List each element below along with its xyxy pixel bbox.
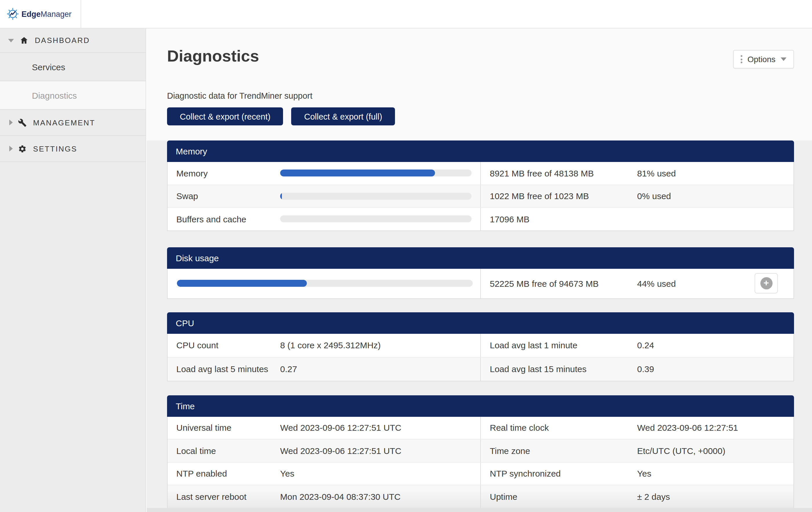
row-label: Swap — [176, 191, 280, 201]
row-label: Last server reboot — [176, 492, 280, 502]
export-buttons: Collect & export (recent) Collect & expo… — [167, 107, 794, 126]
time-section-header: Time — [167, 395, 794, 416]
options-button[interactable]: Options — [733, 50, 794, 69]
row-value: Wed 2023-09-06 12:27:51 UTC — [280, 423, 401, 433]
row-value: Yes — [637, 469, 651, 479]
kebab-icon — [741, 55, 743, 63]
used-value: 0% used — [637, 191, 671, 201]
row-value: 0.24 — [637, 340, 654, 350]
collect-export-full-button[interactable]: Collect & export (full) — [291, 107, 395, 126]
gear-icon — [18, 144, 27, 153]
row-label: Local time — [176, 446, 280, 456]
table-row: Load avg last 5 minutes 0.27 Load avg la… — [168, 357, 793, 380]
row-label: Buffers and cache — [176, 214, 280, 224]
sidebar-item-settings[interactable]: SETTINGS — [0, 136, 146, 162]
free-value: 8921 MB free of 48138 MB — [490, 168, 637, 178]
row-value: 0.27 — [280, 364, 297, 374]
memory-progress-bar — [280, 170, 471, 177]
table-row: 52225 MB free of 94673 MB 44% used + — [168, 268, 793, 298]
row-value: Mon 2023-09-04 08:37:30 UTC — [280, 492, 401, 502]
cpu-section-header: CPU — [167, 312, 794, 333]
sidebar-item-dashboard[interactable]: DASHBOARD — [0, 28, 146, 53]
sidebar-item-label: MANAGEMENT — [33, 118, 95, 127]
disk-usage-table: 52225 MB free of 94673 MB 44% used + — [167, 268, 794, 299]
row-label: Load avg last 1 minute — [490, 340, 637, 350]
row-value: Yes — [280, 469, 294, 479]
edgemanager-app: EdgeManager DASHBOARD Services Diagnosti… — [0, 0, 812, 512]
row-label: NTP synchronized — [490, 469, 637, 479]
top-bar: EdgeManager — [0, 0, 812, 28]
cpu-section: CPU CPU count 8 (1 core x 2495.312MHz) L… — [167, 312, 794, 381]
main-content: Diagnostics Options Diagnostic data for … — [147, 28, 812, 512]
row-value: ± 2 days — [637, 492, 670, 502]
memory-table: Memory 8921 MB free of 48138 MB 81% used… — [167, 162, 794, 231]
row-label: Universal time — [176, 423, 280, 433]
memory-section: Memory Memory 8921 MB free of 48138 MB 8… — [167, 140, 794, 231]
row-value: 0.39 — [637, 364, 654, 374]
row-label: CPU count — [176, 340, 280, 350]
free-value: 17096 MB — [490, 214, 637, 224]
sidebar: DASHBOARD Services Diagnostics MANAGEMEN… — [0, 28, 146, 512]
row-label: Memory — [176, 168, 280, 178]
row-label: Load avg last 15 minutes — [490, 364, 637, 374]
table-row: Swap 1022 MB free of 1023 MB 0% used — [168, 184, 793, 207]
row-label: Real time clock — [490, 423, 637, 433]
sidebar-item-label: DASHBOARD — [35, 36, 90, 45]
row-label: Load avg last 5 minutes — [176, 364, 280, 374]
sidebar-item-label: Diagnostics — [32, 90, 77, 100]
plus-icon: + — [760, 277, 772, 289]
table-row: Last server reboot Mon 2023-09-04 08:37:… — [168, 485, 793, 508]
row-label: Uptime — [490, 492, 637, 502]
used-value: 44% used — [637, 278, 676, 288]
used-value: 81% used — [637, 168, 676, 178]
table-row: NTP enabled Yes NTP synchronized Yes — [168, 462, 793, 485]
collect-export-recent-button[interactable]: Collect & export (recent) — [167, 107, 283, 126]
table-row: Local time Wed 2023-09-06 12:27:51 UTC T… — [168, 439, 793, 462]
chevron-right-icon — [9, 146, 13, 152]
gear-trend-icon — [7, 8, 19, 20]
table-row: Memory 8921 MB free of 48138 MB 81% used — [168, 162, 793, 184]
chevron-down-icon — [781, 57, 786, 61]
sidebar-item-services[interactable]: Services — [0, 53, 146, 81]
home-icon — [20, 36, 28, 45]
swap-progress-bar — [280, 193, 471, 200]
wrench-icon — [18, 118, 27, 127]
row-value: Etc/UTC (UTC, +0000) — [637, 446, 725, 456]
disk-expand-button[interactable]: + — [755, 273, 778, 293]
brand-name: EdgeManager — [22, 9, 71, 18]
page-title: Diagnostics — [167, 46, 794, 67]
free-value: 52225 MB free of 94673 MB — [490, 278, 637, 288]
disk-usage-section: Disk usage 52225 MB free of 94673 MB 44%… — [167, 247, 794, 299]
sidebar-item-diagnostics[interactable]: Diagnostics — [0, 81, 146, 110]
cpu-table: CPU count 8 (1 core x 2495.312MHz) Load … — [167, 333, 794, 381]
row-value: Wed 2023-09-06 12:27:51 — [637, 423, 738, 433]
diagnostics-sections: Memory Memory 8921 MB free of 48138 MB 8… — [147, 140, 812, 508]
brand-logo[interactable]: EdgeManager — [0, 0, 81, 28]
time-section: Time Universal time Wed 2023-09-06 12:27… — [167, 395, 794, 508]
scroll-fade-strip — [147, 508, 812, 512]
table-row: Buffers and cache 17096 MB — [168, 207, 793, 230]
sidebar-item-label: SETTINGS — [33, 144, 77, 153]
row-value: Wed 2023-09-06 12:27:51 UTC — [280, 446, 401, 456]
chevron-down-icon — [8, 38, 14, 42]
sidebar-item-label: Services — [32, 62, 65, 72]
chevron-right-icon — [9, 119, 13, 126]
disk-progress-bar — [177, 280, 472, 287]
options-button-label: Options — [748, 55, 776, 64]
table-row: Universal time Wed 2023-09-06 12:27:51 U… — [168, 416, 793, 439]
disk-usage-section-header: Disk usage — [167, 247, 794, 268]
row-value: 8 (1 core x 2495.312MHz) — [280, 340, 381, 350]
row-label: Time zone — [490, 446, 637, 456]
memory-section-header: Memory — [167, 140, 794, 162]
support-description: Diagnostic data for TrendMiner support — [167, 91, 794, 101]
free-value: 1022 MB free of 1023 MB — [490, 191, 637, 201]
row-label: NTP enabled — [176, 469, 280, 479]
buffers-progress-bar — [280, 216, 471, 223]
table-row: CPU count 8 (1 core x 2495.312MHz) Load … — [168, 333, 793, 357]
time-table: Universal time Wed 2023-09-06 12:27:51 U… — [167, 416, 794, 508]
sidebar-item-management[interactable]: MANAGEMENT — [0, 110, 146, 136]
